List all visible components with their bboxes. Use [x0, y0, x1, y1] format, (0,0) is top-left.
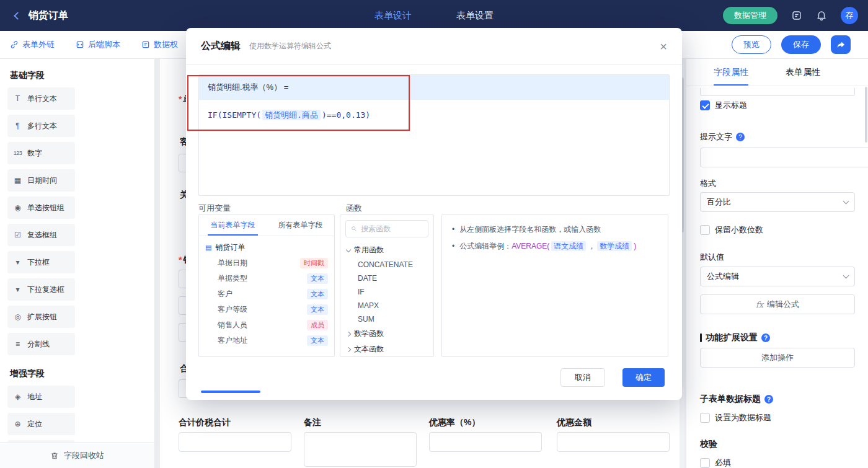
functions-panel: 常用函数 CONCATENATE DATE IF MAPX SUM 数学函数 文… [340, 214, 434, 357]
variables-list: ▤销货订单 单据日期时间戳 单据类型文本 客户文本 客户等级文本 销售人员成员 … [199, 236, 334, 352]
share-button[interactable] [831, 35, 851, 54]
cancel-button[interactable]: 取消 [560, 368, 605, 387]
required-checkbox[interactable]: 必填 [700, 457, 855, 468]
tab-field-properties[interactable]: 字段属性 [714, 59, 748, 86]
tab-form-design[interactable]: 表单设计 [374, 10, 412, 22]
help-icon[interactable]: ? [761, 333, 770, 342]
field-type-tag: 文本 [307, 289, 328, 299]
help-icon[interactable]: ? [736, 133, 745, 141]
field-item-checkbox-group[interactable]: ☑复选框组 [7, 224, 75, 246]
set-data-title-label: 设置为数据标题 [715, 412, 771, 423]
save-button[interactable]: 保存 [781, 35, 821, 54]
field-item-label: 下拉复选框 [27, 285, 64, 295]
function-search-input[interactable] [361, 224, 423, 233]
field-type-tag: 文本 [307, 335, 328, 346]
formula-code-line[interactable]: IF(ISEMPTY(销货明细.商品)==0,0.13) [199, 100, 669, 131]
single-line-text-icon: T [12, 94, 23, 103]
field-item-radio-group[interactable]: ◉单选按钮组 [7, 196, 75, 219]
functions-panel-label: 函数 [346, 203, 362, 214]
backend-script-button[interactable]: 后端脚本 [76, 39, 120, 50]
field-item-divider[interactable]: ≡分割线 [7, 333, 75, 355]
edit-formula-button[interactable]: fx编辑公式 [700, 294, 855, 314]
data-manage-button[interactable]: 数据管理 [723, 7, 777, 24]
variable-item[interactable]: 单据日期时间戳 [199, 255, 334, 271]
bell-icon[interactable] [816, 10, 827, 21]
datetime-icon: ▦ [12, 176, 23, 185]
field-item-address[interactable]: ◈地址 [7, 386, 75, 408]
hint-text-input[interactable] [700, 148, 868, 167]
example-field-chip: 语文成绩 [551, 241, 586, 251]
horizontal-scrollbar-thumb[interactable] [201, 391, 260, 393]
panel-scrollbar-thumb[interactable] [865, 87, 867, 143]
search-icon [351, 225, 357, 232]
field-item-label: 多行文本 [27, 121, 57, 131]
discount-amount-input[interactable] [557, 432, 670, 452]
formula-edit-modal: 公式编辑 使用数学运算符编辑公式 × 销货明细.税率（%） = IF(ISEMP… [186, 28, 682, 400]
variable-item[interactable]: 客户地址文本 [199, 333, 334, 348]
confirm-button[interactable]: 确定 [622, 368, 665, 387]
tip-line-2: •公式编辑举例：AVERAGE(语文成绩，数学成绩) [452, 241, 658, 252]
field-item-multi-line-text[interactable]: ¶多行文本 [7, 115, 75, 137]
field-item-location[interactable]: ⊕定位 [7, 413, 75, 435]
formula-field-token[interactable]: 销货明细.商品 [262, 110, 321, 120]
variable-item[interactable]: 客户等级文本 [199, 302, 334, 317]
add-action-button[interactable]: 添加操作 [700, 348, 855, 368]
tab-current-form-fields[interactable]: 当前表单字段 [199, 215, 267, 236]
preview-button[interactable]: 预览 [732, 35, 771, 54]
function-item[interactable]: SUM [340, 312, 433, 326]
function-group-common[interactable]: 常用函数 [340, 242, 433, 258]
close-icon[interactable]: × [660, 40, 667, 53]
discount-rate-input[interactable] [429, 432, 542, 452]
radio-group-icon: ◉ [12, 203, 23, 212]
checkbox-icon[interactable] [700, 458, 710, 468]
function-item[interactable]: MAPX [340, 299, 433, 312]
default-value-select[interactable]: 公式编辑 [700, 267, 855, 286]
data-permission-button[interactable]: 数据权 [141, 39, 178, 50]
tab-form-settings[interactable]: 表单设置 [456, 10, 494, 22]
canvas-field-label-total: 合计价税合计 [179, 417, 231, 428]
avatar[interactable]: 存 [841, 7, 858, 24]
form-external-link-label: 表单外链 [22, 39, 55, 50]
help-icon[interactable]: ? [764, 395, 773, 404]
field-item-extend-button[interactable]: ◎扩展按钮 [7, 306, 75, 328]
function-item[interactable]: IF [340, 285, 433, 299]
function-item[interactable]: DATE [340, 272, 433, 285]
form-external-link-button[interactable]: 表单外链 [10, 39, 55, 50]
field-type-tag: 文本 [307, 273, 328, 284]
function-search[interactable] [345, 220, 428, 237]
function-group-text[interactable]: 文本函数 [340, 342, 433, 357]
app-icon[interactable] [791, 10, 802, 21]
show-title-checkbox[interactable]: 显示标题 [700, 100, 855, 111]
variable-item[interactable]: 单据类型文本 [199, 271, 334, 286]
format-value: 百分比 [707, 196, 731, 208]
field-item-dropdown[interactable]: ▾下拉框 [7, 251, 75, 273]
field-item-datetime[interactable]: ▦日期时间 [7, 169, 75, 192]
field-item-single-line-text[interactable]: T单行文本 [7, 87, 75, 110]
add-action-button-wrap: 添加操作 [700, 348, 855, 368]
variable-item[interactable]: 客户文本 [199, 286, 334, 302]
field-item-number[interactable]: 123数字 [7, 142, 75, 164]
formula-editor[interactable]: 销货明细.税率（%） = IF(ISEMPTY(销货明细.商品)==0,0.13… [198, 74, 670, 196]
keep-decimal-checkbox[interactable]: 保留小数位数 [700, 224, 855, 236]
field-item-dropdown-multi[interactable]: ▾下拉复选框 [7, 278, 75, 301]
checkbox-group-icon: ☑ [12, 231, 23, 239]
bullet-icon: • [452, 241, 454, 252]
field-recycle-bin[interactable]: 字段回收站 [0, 442, 154, 468]
checkbox-checked-icon[interactable] [700, 100, 710, 110]
remark-input[interactable] [304, 432, 417, 467]
checkbox-icon[interactable] [700, 225, 710, 235]
canvas-field-label-discount-amount: 优惠金额 [557, 417, 591, 428]
tab-all-form-fields[interactable]: 所有表单字段 [267, 215, 334, 236]
variables-form-node[interactable]: ▤销货订单 [199, 240, 334, 255]
format-select[interactable]: 百分比 [700, 192, 855, 212]
tab-form-properties[interactable]: 表单属性 [786, 59, 820, 86]
total-amount-input[interactable] [179, 432, 291, 452]
back-button[interactable] [10, 8, 25, 23]
function-group-math[interactable]: 数学函数 [340, 326, 433, 342]
header-bar [700, 333, 702, 342]
function-item[interactable]: CONCATENATE [340, 258, 433, 272]
set-data-title-checkbox[interactable]: 设置为数据标题 [700, 412, 855, 423]
variable-item[interactable]: 销售人员成员 [199, 317, 334, 333]
field-item-label: 地址 [27, 392, 42, 402]
checkbox-icon[interactable] [700, 413, 710, 423]
